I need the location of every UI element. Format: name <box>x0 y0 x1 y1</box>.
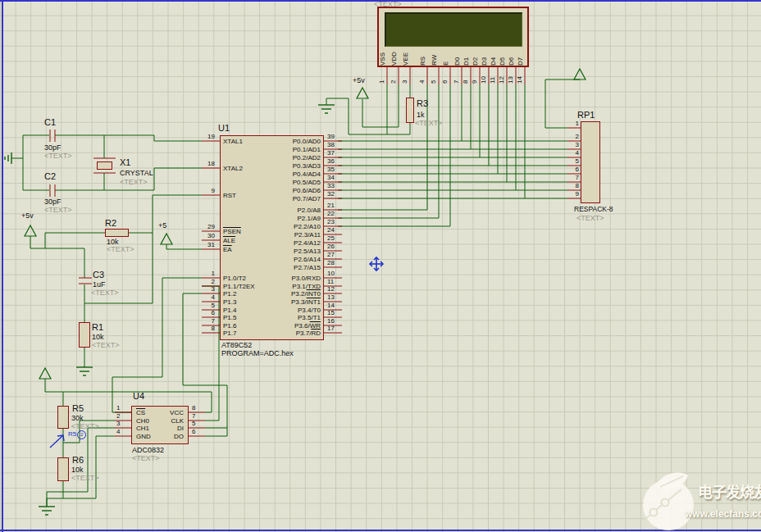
pin-number: 11 <box>327 278 334 285</box>
pin-number: 27 <box>327 251 335 258</box>
pin-label: P0.3/AD3 <box>246 162 321 170</box>
wire[interactable] <box>338 84 450 226</box>
pin-number: 34 <box>327 174 335 181</box>
pin-number: 9 <box>568 190 579 198</box>
pin-number: 12 <box>498 70 505 84</box>
x1-part: CRYSTAL <box>120 170 153 177</box>
r3-body[interactable] <box>406 98 414 123</box>
pin-label: P1.5 <box>223 314 236 321</box>
pin-label: D6 <box>508 43 515 66</box>
rp1-body[interactable] <box>581 121 600 203</box>
pin-label: D1 <box>463 43 470 66</box>
pin-number: 7 <box>568 174 579 181</box>
probe-channel-badge: 2 <box>77 430 86 439</box>
r5-text-placeholder: <TEXT> <box>71 423 99 430</box>
r2-text-placeholder: <TEXT> <box>107 246 134 253</box>
pin-number: 19 <box>197 133 215 140</box>
pin-label: RS <box>419 43 426 66</box>
r5-body[interactable] <box>57 406 69 429</box>
u1-ref: U1 <box>218 124 230 133</box>
pin-label: P3.7/RD <box>246 330 321 337</box>
pin-label: PSEN <box>223 228 241 235</box>
pin-number: 7 <box>453 70 460 84</box>
pin-number: 3 <box>401 70 408 84</box>
pin-label: P1.0/T2 <box>223 275 246 282</box>
pin-number: 24 <box>327 226 335 234</box>
u4-part: ADC0832 <box>132 447 164 454</box>
pin-label: P1.2 <box>223 290 236 298</box>
c1-ref: C1 <box>44 118 56 127</box>
pin-label: P0.2/AD2 <box>246 154 321 161</box>
pin-label: P2.5/A13 <box>246 248 321 255</box>
x1-crystal-body[interactable] <box>97 161 112 170</box>
pin-label: CS <box>136 409 145 416</box>
pin-label: P2.2/A10 <box>246 223 321 230</box>
pin-label: P1.6 <box>223 322 236 330</box>
power-arrow-icon[interactable] <box>574 69 586 80</box>
pin-label: P0.7/AD7 <box>246 195 321 202</box>
pin-label: P2.6/A14 <box>246 256 321 263</box>
r2-body[interactable] <box>105 229 129 237</box>
schematic-canvas[interactable]: <TEXT> U1 AT89C52 PROGRAM=ADC.hex U4 ADC… <box>0 0 761 532</box>
r1-text-placeholder: <TEXT> <box>92 342 120 349</box>
c3-value: 1uF <box>93 281 106 289</box>
voltage-probe-icon[interactable] <box>50 435 63 448</box>
pin-label: XTAL2 <box>223 165 243 172</box>
pin-number: 1 <box>378 70 385 84</box>
power-arrow-icon[interactable] <box>25 225 36 236</box>
rp1-text-placeholder: <TEXT> <box>576 215 604 222</box>
pin-number: 7 <box>197 317 215 325</box>
pin-number: 39 <box>327 133 335 140</box>
voltage-probe-label[interactable]: R52 <box>68 430 86 439</box>
power-arrow-icon[interactable] <box>161 234 172 244</box>
r1-ref: R1 <box>92 323 103 332</box>
power-arrow-icon[interactable] <box>357 88 368 98</box>
pin-number: 8 <box>568 182 579 189</box>
wire[interactable] <box>96 436 115 498</box>
watermark-title: 电子发烧友 <box>698 480 761 502</box>
pin-label: P3.3/INT1 <box>246 298 321 306</box>
pin-number: 1 <box>116 404 129 412</box>
wire[interactable] <box>55 135 202 141</box>
pin-number: 7 <box>192 412 203 420</box>
pin-label: D5 <box>499 43 506 66</box>
rp1-ref: RP1 <box>577 111 595 120</box>
power-arrow-icon[interactable] <box>39 368 51 379</box>
pin-number: 8 <box>192 404 203 412</box>
pin-number: 3 <box>116 420 129 427</box>
wire[interactable] <box>45 233 105 248</box>
r6-text-placeholder: <TEXT> <box>71 475 99 482</box>
pin-number: 15 <box>327 309 335 316</box>
pin-label: P2.1/A9 <box>246 215 321 222</box>
pin-number: 1 <box>197 270 215 277</box>
pin-label: P2.3/A11 <box>246 231 321 239</box>
pin-label: VSS <box>379 43 386 66</box>
pin-number: 23 <box>327 218 335 225</box>
pin-label: P1.4 <box>223 307 236 314</box>
pin-number: 11 <box>489 70 496 84</box>
pin-number: 8 <box>462 70 469 84</box>
pin-number: 12 <box>327 285 335 293</box>
pin-number: 37 <box>327 149 335 157</box>
pin-label: D0 <box>453 43 461 66</box>
pin-label: P0.6/AD6 <box>246 187 321 194</box>
pin-number: 4 <box>418 70 426 84</box>
watermark-url: www.elecfans.com <box>685 508 761 520</box>
pin-number: 4 <box>116 428 129 435</box>
pin-label: P0.5/AD5 <box>246 179 321 186</box>
r6-value: 10k <box>71 466 84 474</box>
pin-number: 10 <box>480 70 487 84</box>
pin-label: P3.6/WR <box>246 322 321 330</box>
pin-number: 6 <box>197 309 215 316</box>
r6-body[interactable] <box>57 457 69 481</box>
wire[interactable] <box>362 84 399 127</box>
r1-body[interactable] <box>79 322 90 348</box>
pin-number: 17 <box>327 325 335 332</box>
pin-number: 29 <box>197 223 215 230</box>
c1-value: 30pF <box>44 144 62 152</box>
pin-number: 14 <box>516 70 523 84</box>
pin-number: 6 <box>568 166 579 173</box>
pin-number: 3 <box>197 285 215 293</box>
pin-number: 32 <box>327 190 335 198</box>
pin-number: 30 <box>197 232 215 239</box>
